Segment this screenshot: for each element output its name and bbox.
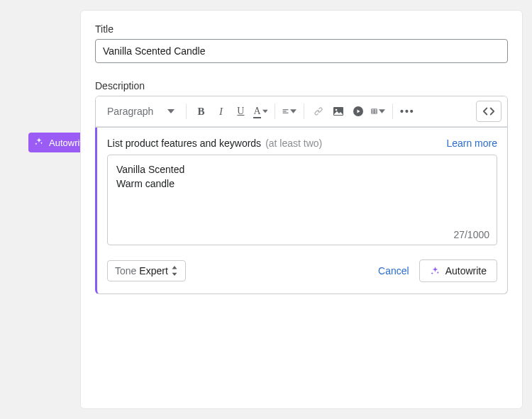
char-counter: 27/1000 (453, 229, 489, 240)
product-form-card: Title Description Paragraph B I U A (80, 10, 523, 409)
text-color-button[interactable]: A (252, 103, 269, 120)
autowrite-button-label: Autowrite (445, 265, 487, 276)
tone-value: Expert (139, 265, 167, 276)
bold-icon: B (197, 106, 204, 118)
table-icon (371, 106, 377, 117)
autowrite-button[interactable]: Autowrite (419, 259, 497, 282)
italic-icon: I (219, 106, 223, 118)
autowrite-header: List product features and keywords (at l… (107, 138, 497, 149)
table-button[interactable] (370, 103, 387, 120)
more-button[interactable]: ••• (399, 103, 416, 120)
autowrite-instruction: List product features and keywords (107, 138, 261, 149)
title-label: Title (95, 23, 508, 35)
sparkle-icon (430, 266, 440, 276)
link-button[interactable] (310, 103, 327, 120)
code-icon (482, 106, 495, 116)
tone-label: Tone (115, 265, 136, 276)
italic-button[interactable]: I (212, 103, 229, 120)
editor-toolbar: Paragraph B I U A (96, 96, 507, 127)
video-button[interactable] (350, 103, 367, 120)
tone-dropdown[interactable]: Tone Expert (107, 260, 186, 281)
sort-icon (171, 266, 178, 276)
description-label: Description (95, 80, 508, 91)
learn-more-link[interactable]: Learn more (446, 138, 497, 149)
bold-button[interactable]: B (192, 103, 209, 120)
underline-icon: U (237, 106, 244, 117)
svg-point-1 (336, 109, 338, 111)
toolbar-separator (304, 104, 304, 119)
toolbar-separator (392, 104, 393, 119)
code-view-button[interactable] (476, 101, 501, 122)
paragraph-dropdown[interactable]: Paragraph (101, 103, 180, 120)
autowrite-panel: List product features and keywords (at l… (95, 128, 508, 294)
cancel-button[interactable]: Cancel (378, 265, 409, 276)
autowrite-actions: Tone Expert Cancel Autowrite (107, 259, 497, 282)
text-color-icon: A (253, 106, 260, 117)
paragraph-label: Paragraph (107, 106, 153, 117)
link-icon (313, 106, 324, 117)
chevron-down-icon (290, 106, 297, 117)
keywords-text: Vanilla Scented Warm candle (116, 162, 488, 191)
autowrite-hint: (at least two) (265, 138, 322, 149)
title-input[interactable] (95, 39, 508, 63)
toolbar-separator (275, 104, 275, 119)
align-button[interactable] (281, 103, 298, 120)
toolbar-separator (186, 104, 187, 119)
image-button[interactable] (330, 103, 347, 120)
chevron-down-icon (262, 106, 268, 117)
image-icon (333, 106, 344, 117)
rich-text-editor: Paragraph B I U A (95, 96, 508, 128)
underline-button[interactable]: U (232, 103, 249, 120)
chevron-down-icon (167, 108, 174, 115)
keywords-input[interactable]: Vanilla Scented Warm candle 27/1000 (107, 155, 497, 245)
chevron-down-icon (379, 106, 385, 117)
more-icon: ••• (400, 106, 415, 117)
play-circle-icon (353, 106, 364, 117)
sparkle-icon (34, 137, 44, 149)
align-left-icon (282, 106, 289, 117)
